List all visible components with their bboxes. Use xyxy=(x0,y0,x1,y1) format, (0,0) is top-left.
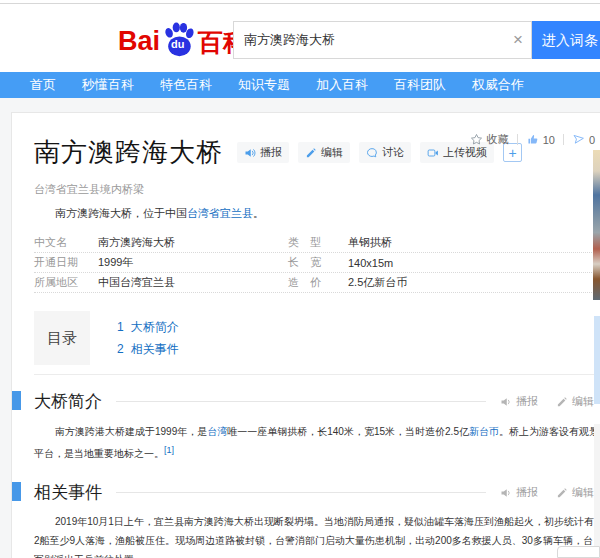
article-subtitle: 台湾省宜兰县境内桥梁 xyxy=(34,182,600,197)
broadcast-label: 播报 xyxy=(260,145,282,160)
article-card: 收藏 10 0 南方澳跨海大桥 播报 xyxy=(11,112,600,558)
section-marker xyxy=(12,391,21,410)
toc-item-number: 2 xyxy=(117,338,124,360)
pencil-icon xyxy=(556,396,568,408)
text: 南方澳跨港大桥建成于1999年，是 xyxy=(55,426,207,437)
thumb-up-icon xyxy=(526,133,539,146)
infobox-value: 2.5亿新台币 xyxy=(348,275,594,290)
infobox-row: 所属地区 中国台湾宜兰县 造 价 2.5亿新台币 xyxy=(34,273,594,293)
infobox: 中文名 南方澳跨海大桥 类 型 单钢拱桥 开通日期 1999年 长 宽 140x… xyxy=(34,233,594,293)
infobox-value: 单钢拱桥 xyxy=(348,235,594,250)
nav-item-home[interactable]: 首页 xyxy=(17,72,69,98)
nav-item-tese[interactable]: 特色百科 xyxy=(147,72,225,98)
paragraph-line: 平台，是当地重要地标之一。[1] xyxy=(34,441,600,463)
ntd-link[interactable]: 新台币 xyxy=(469,426,499,437)
intro-text-end: 。 xyxy=(253,207,264,219)
share-button[interactable]: 0 xyxy=(572,133,595,146)
bridge-photo-sliver[interactable] xyxy=(593,150,600,300)
search-input[interactable] xyxy=(234,22,505,58)
nav-item-jiaru[interactable]: 加入百科 xyxy=(303,72,381,98)
share-icon xyxy=(572,133,585,146)
section-divider-line xyxy=(116,492,486,493)
section-events-paragraph: 2019年10月1日上午，宜兰县南方澳跨海大桥出现断裂坍塌。当地消防局通报，疑似… xyxy=(34,512,600,558)
divider xyxy=(517,134,518,145)
clear-search-icon[interactable]: × xyxy=(505,21,531,59)
taiwan-link[interactable]: 台湾 xyxy=(207,426,227,437)
right-module-sliver xyxy=(594,316,600,404)
section-title: 相关事件 xyxy=(34,481,102,504)
section-actions: 播报 编辑 xyxy=(500,394,594,409)
chat-icon xyxy=(366,147,378,159)
toc-item-number: 1 xyxy=(117,316,124,338)
nav-item-miaodong[interactable]: 秒懂百科 xyxy=(69,72,147,98)
edit-label: 编辑 xyxy=(321,145,343,160)
baike-logo[interactable]: Bai du 百科 xyxy=(118,21,248,59)
text: 平台，是当地重要地标之一。 xyxy=(34,448,164,459)
intro-location-link[interactable]: 台湾省宜兰县 xyxy=(187,207,253,219)
section-broadcast-label: 播报 xyxy=(516,394,538,409)
section-marker xyxy=(12,482,21,501)
text: 唯一一座单钢拱桥，长140米，宽15米，当时造价2.5亿 xyxy=(227,426,469,437)
divider xyxy=(563,134,564,145)
infobox-label: 所属地区 xyxy=(34,275,98,290)
main-navbar: 首页 秒懂百科 特色百科 知识专题 加入百科 百科团队 权威合作 xyxy=(0,72,600,98)
section-actions: 播报 编辑 xyxy=(500,485,594,500)
infobox-label: 中文名 xyxy=(34,235,98,250)
share-count: 0 xyxy=(589,134,595,146)
like-button[interactable]: 10 xyxy=(526,133,555,146)
table-of-contents: 目录 1 大桥简介 2 相关事件 xyxy=(34,311,594,375)
paragraph-line: 南方澳跨港大桥建成于1999年，是台湾唯一一座单钢拱桥，长140米，宽15米，当… xyxy=(34,422,600,441)
toc-list: 1 大桥简介 2 相关事件 xyxy=(117,311,179,365)
nav-item-quanwei[interactable]: 权威合作 xyxy=(459,72,537,98)
site-header: Bai du 百科 × 进入词条 xyxy=(0,4,600,72)
infobox-label: 造 价 xyxy=(288,275,348,290)
enter-entry-button[interactable]: 进入词条 xyxy=(532,21,600,59)
infobox-label: 长 宽 xyxy=(288,255,348,270)
section-edit-button[interactable]: 编辑 xyxy=(556,394,594,409)
section-broadcast-button[interactable]: 播报 xyxy=(500,394,538,409)
section-header-intro: 大桥简介 播报 编辑 xyxy=(34,390,594,413)
discuss-button[interactable]: 讨论 xyxy=(359,142,411,163)
video-camera-icon xyxy=(427,147,439,159)
section-broadcast-button[interactable]: 播报 xyxy=(500,485,538,500)
infobox-value: 中国台湾宜兰县 xyxy=(98,275,288,290)
infobox-value: 1999年 xyxy=(98,255,288,270)
infobox-row: 开通日期 1999年 长 宽 140x15m xyxy=(34,253,594,273)
search-box: × xyxy=(233,21,532,59)
like-count: 10 xyxy=(543,134,555,146)
infobox-value: 南方澳跨海大桥 xyxy=(98,235,288,250)
nav-item-tuandui[interactable]: 百科团队 xyxy=(381,72,459,98)
toc-item-label: 大桥简介 xyxy=(131,316,179,338)
broadcast-button[interactable]: 播报 xyxy=(237,142,289,163)
speaker-icon xyxy=(500,396,512,408)
infobox-value: 140x15m xyxy=(348,257,594,269)
intro-paragraph: 南方澳跨海大桥，位于中国台湾省宜兰县。 xyxy=(34,206,600,221)
collect-label: 收藏 xyxy=(487,132,509,147)
collect-button[interactable]: 收藏 xyxy=(470,132,509,147)
infobox-row: 中文名 南方澳跨海大桥 类 型 单钢拱桥 xyxy=(34,233,594,253)
right-module-sliver xyxy=(594,424,600,546)
toc-item-label: 相关事件 xyxy=(131,338,179,360)
infobox-label: 类 型 xyxy=(288,235,348,250)
section-broadcast-label: 播报 xyxy=(516,485,538,500)
paragraph-line: 2019年10月1日上午，宜兰县南方澳跨海大桥出现断裂坍塌。当地消防局通报，疑似… xyxy=(34,512,600,531)
edit-button[interactable]: 编辑 xyxy=(298,142,350,163)
section-divider-line xyxy=(116,401,486,402)
discuss-label: 讨论 xyxy=(382,145,404,160)
speaker-icon xyxy=(500,487,512,499)
page-actions: 收藏 10 0 xyxy=(470,132,595,147)
section-title: 大桥简介 xyxy=(34,390,102,413)
pencil-icon xyxy=(305,147,317,159)
baidu-paw-icon: du xyxy=(161,21,197,59)
reference-link[interactable]: [1] xyxy=(164,445,174,455)
star-icon xyxy=(470,133,483,146)
section-edit-button[interactable]: 编辑 xyxy=(556,485,594,500)
paragraph-line: 2船至少9人落海，渔船被压住。现场周边道路被封锁，台警消部门启动大量伤患机制，出… xyxy=(34,531,600,550)
toc-item-2[interactable]: 2 相关事件 xyxy=(117,338,179,360)
infobox-label: 开通日期 xyxy=(34,255,98,270)
toc-item-1[interactable]: 1 大桥简介 xyxy=(117,316,179,338)
section-edit-label: 编辑 xyxy=(572,485,594,500)
section-header-events: 相关事件 播报 编辑 xyxy=(34,481,594,504)
logo-text-bai: Bai xyxy=(118,23,160,59)
nav-item-zhishi[interactable]: 知识专题 xyxy=(225,72,303,98)
